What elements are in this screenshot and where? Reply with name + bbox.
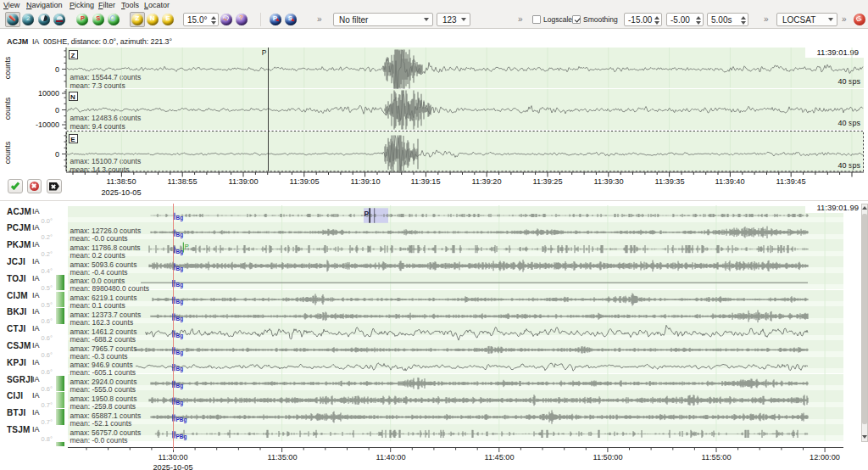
svg-text:P: P [185, 243, 189, 250]
svg-text:Bg: Bg [176, 366, 184, 372]
svg-text:Bg: Bg [176, 350, 184, 356]
svg-text:Bg: Bg [176, 299, 184, 305]
svg-text:Bg: Bg [176, 249, 184, 255]
svg-text:Bg: Bg [176, 282, 184, 288]
svg-text:P: P [262, 48, 267, 57]
svg-text:Bg: Bg [176, 383, 184, 389]
svg-text:PBg: PBg [176, 434, 187, 440]
svg-text:P: P [364, 210, 370, 218]
svg-text:Bg: Bg [176, 266, 184, 272]
svg-text:Bg: Bg [176, 400, 184, 406]
svg-text:Bg: Bg [176, 215, 184, 221]
svg-text:Bg: Bg [176, 232, 184, 238]
svg-text:Bg: Bg [176, 316, 184, 322]
svg-text:PBg: PBg [176, 417, 187, 423]
svg-text:Bg: Bg [176, 333, 184, 339]
